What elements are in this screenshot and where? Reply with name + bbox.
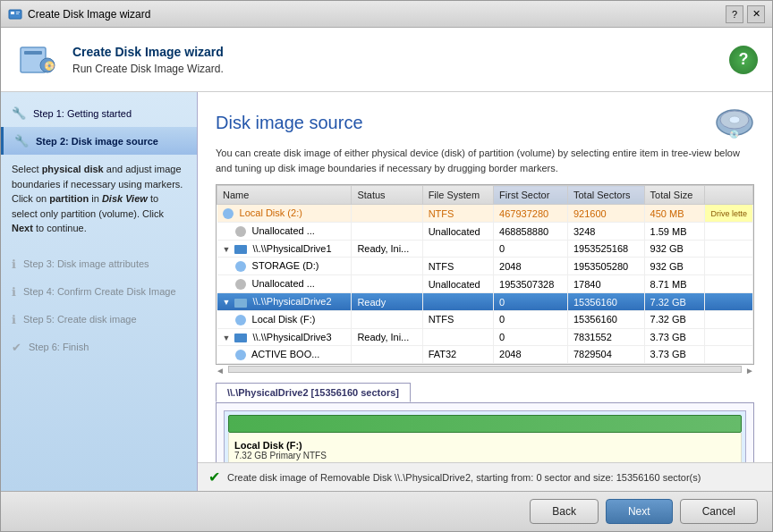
- cell-size: 450 MB: [644, 205, 705, 223]
- col-status: Status: [352, 186, 422, 205]
- cell-name: ▼ \\.\\PhysicalDrive1: [217, 241, 352, 258]
- header-title: Create Disk Image wizard: [72, 45, 729, 59]
- step2-label: Step 2: Disk image source: [36, 136, 158, 147]
- table-row[interactable]: ▼ \\.\\PhysicalDrive1 Ready, Ini... 0 19…: [217, 241, 753, 258]
- help-button[interactable]: ?: [726, 5, 743, 23]
- svg-rect-2: [16, 12, 20, 13]
- sidebar-step-1[interactable]: 🔧 Step 1: Getting started: [1, 99, 197, 127]
- step4-label: Step 4: Confirm Create Disk Image: [23, 286, 176, 297]
- disk-tab[interactable]: \\.\PhysicalDrive2 [15356160 sectors]: [216, 383, 411, 402]
- sidebar-step-4: ℹ Step 4: Confirm Create Disk Image: [1, 278, 197, 306]
- cell-total: 15356160: [567, 293, 644, 310]
- cell-size: 1.59 MB: [644, 223, 705, 241]
- next-button[interactable]: Next: [606, 499, 673, 524]
- cell-total: 1953505280: [567, 258, 644, 275]
- cell-status: Ready: [352, 293, 422, 310]
- part-icon: [235, 279, 246, 290]
- cell-extra: [705, 293, 753, 310]
- disk-icon: [234, 299, 247, 308]
- expand-icon: ▼: [223, 298, 231, 307]
- sidebar: 🔧 Step 1: Getting started 🔧 Step 2: Disk…: [1, 92, 198, 491]
- status-text: Create disk image of Removable Disk \\.\…: [227, 472, 701, 483]
- cell-fs: [422, 241, 493, 258]
- cell-status: [352, 223, 422, 241]
- col-extra: [705, 186, 753, 205]
- cell-first: 0: [494, 310, 568, 328]
- part-icon: [235, 315, 246, 325]
- titlebar-app-icon: [8, 7, 22, 21]
- table-row[interactable]: ACTIVE BOO... FAT32 2048 7829504 3.73 GB: [217, 345, 753, 363]
- table-row[interactable]: Local Disk (2:) NTFS 467937280 921600 45…: [217, 205, 753, 223]
- table-row[interactable]: Local Disk (F:) NTFS 0 15356160 7.32 GB: [217, 310, 753, 328]
- header-icon: 📀: [15, 38, 58, 81]
- col-filesystem: File System: [422, 186, 493, 205]
- cell-extra: [705, 345, 753, 363]
- header-help-button[interactable]: ?: [729, 46, 758, 74]
- table-scrollbar-area: ◄ ►: [216, 366, 754, 376]
- cell-name: Local Disk (F:): [217, 310, 352, 328]
- titlebar-title: Create Disk Image wizard: [28, 8, 726, 21]
- cell-first: 468858880: [494, 223, 568, 241]
- cell-first: 0: [494, 241, 568, 258]
- cell-total: 1953525168: [567, 241, 644, 258]
- col-total-sectors: Total Sectors: [567, 186, 644, 205]
- cell-first: 0: [494, 293, 568, 310]
- step1-label: Step 1: Getting started: [33, 108, 132, 119]
- content-area: Disk image source 💿 You can create disk …: [198, 92, 772, 491]
- sidebar-step-2[interactable]: 🔧 Step 2: Disk image source: [1, 127, 197, 155]
- svg-rect-0: [9, 10, 21, 19]
- cell-fs: NTFS: [422, 258, 493, 275]
- cell-first: 0: [494, 328, 568, 345]
- main-layout: 🔧 Step 1: Getting started 🔧 Step 2: Disk…: [1, 92, 772, 491]
- cell-name: STORAGE (D:): [217, 258, 352, 275]
- disk-partition-sublabel: 7.32 GB Primary NTFS: [234, 451, 735, 460]
- disk-table[interactable]: Name Status File System First Sector Tot…: [216, 184, 754, 365]
- sidebar-description: Select physical disk and adjust image bo…: [1, 155, 197, 250]
- back-button[interactable]: Back: [530, 499, 599, 524]
- disk-bar-container: Local Disk (F:) 7.32 GB Primary NTFS 153…: [224, 410, 746, 462]
- page-title: Disk image source 💿: [216, 106, 754, 139]
- svg-point-10: [729, 116, 740, 123]
- cell-name: Unallocated ...: [217, 223, 352, 241]
- cell-status: [352, 345, 422, 363]
- cell-size: 8.71 MB: [644, 275, 705, 293]
- svg-text:📀: 📀: [44, 60, 55, 72]
- cell-total: 921600: [567, 205, 644, 223]
- part-icon: [235, 226, 246, 237]
- svg-rect-1: [11, 12, 14, 14]
- table-row[interactable]: ▼ \\.\\PhysicalDrive3 Ready, Ini... 0 78…: [217, 328, 753, 345]
- cell-extra: Drive lette: [705, 205, 753, 223]
- cell-size: 932 GB: [644, 241, 705, 258]
- titlebar-buttons: ? ✕: [726, 5, 765, 23]
- cell-extra: [705, 310, 753, 328]
- cell-total: 15356160: [567, 310, 644, 328]
- table-row[interactable]: STORAGE (D:) NTFS 2048 1953505280 932 GB: [217, 258, 753, 275]
- cell-extra: [705, 258, 753, 275]
- cell-first: 2048: [494, 258, 568, 275]
- table-row[interactable]: Unallocated ... Unallocated 1953507328 1…: [217, 275, 753, 293]
- step6-icon: ✔: [12, 341, 21, 354]
- part-icon: [223, 208, 234, 219]
- content-inner: Disk image source 💿 You can create disk …: [198, 92, 772, 462]
- cancel-button[interactable]: Cancel: [680, 499, 758, 524]
- svg-text:💿: 💿: [729, 129, 740, 139]
- cell-total: 3248: [567, 223, 644, 241]
- cell-size: 7.32 GB: [644, 310, 705, 328]
- cell-fs: FAT32: [422, 345, 493, 363]
- disk-icon: [234, 245, 247, 254]
- horizontal-scrollbar[interactable]: [228, 366, 742, 373]
- titlebar: Create Disk Image wizard ? ✕: [1, 1, 772, 28]
- svg-rect-3: [16, 13, 19, 14]
- page-description: You can create disk image of either phys…: [216, 146, 754, 175]
- cell-name: Local Disk (2:): [217, 205, 352, 223]
- part-icon: [235, 350, 246, 360]
- cell-fs: NTFS: [422, 310, 493, 328]
- table-row[interactable]: ▼ \\.\\PhysicalDrive2 Ready 0 15356160 7…: [217, 293, 753, 310]
- disk-partition-label: Local Disk (F:): [234, 440, 735, 451]
- table-header-row: Name Status File System First Sector Tot…: [217, 186, 753, 205]
- close-button[interactable]: ✕: [747, 5, 765, 23]
- cell-status: [352, 310, 422, 328]
- table-row[interactable]: Unallocated ... Unallocated 468858880 32…: [217, 223, 753, 241]
- cell-fs: Unallocated: [422, 275, 493, 293]
- cell-fs: [422, 293, 493, 310]
